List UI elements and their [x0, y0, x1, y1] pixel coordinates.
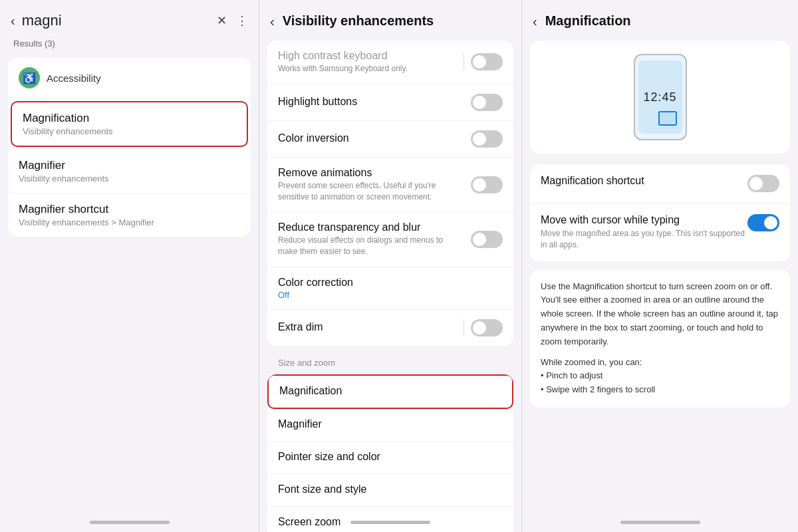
- middle-scroll-content: High contrast keyboard Works with Samsun…: [259, 38, 521, 532]
- hck-toggle[interactable]: [471, 53, 503, 70]
- left-search-title: magni: [22, 12, 62, 29]
- setting-highlight-buttons[interactable]: Highlight buttons: [267, 84, 513, 121]
- setting-rt-sub: Reduce visual effects on dialogs and men…: [278, 235, 464, 257]
- result-item-sub-1: Visibility enhancements: [19, 174, 240, 184]
- middle-bottom-bar: [350, 521, 430, 524]
- left-back-button[interactable]: ‹: [11, 14, 15, 27]
- settings-group-1: High contrast keyboard Works with Samsun…: [267, 41, 513, 346]
- setting-hck-sub: Works with Samsung Keyboard only.: [278, 63, 457, 74]
- move-cursor-toggle[interactable]: [747, 214, 779, 231]
- shortcut-toggle[interactable]: [747, 175, 779, 192]
- setting-ci-left: Color inversion: [278, 132, 471, 146]
- left-top-bar-left: ‹ magni: [11, 12, 62, 29]
- setting-magnification[interactable]: Magnification: [267, 374, 513, 409]
- result-group-header: ♿ Accessibility: [8, 58, 251, 98]
- setting-hb-title: Highlight buttons: [278, 96, 464, 108]
- setting-remove-animations[interactable]: Remove animations Prevent some screen ef…: [267, 158, 513, 213]
- hb-toggle[interactable]: [471, 94, 503, 111]
- info-para-2: While zoomed in, you can:• Pinch to adju…: [541, 356, 779, 397]
- left-top-bar: ‹ magni ✕ ⋮: [0, 0, 259, 35]
- result-group: ♿ Accessibility Magnification Visibility…: [8, 58, 251, 237]
- middle-panel: ‹ Visibility enhancements High contrast …: [259, 0, 522, 532]
- setting-cc-left: Color correction Off: [278, 277, 503, 300]
- setting-reduce-transparency[interactable]: Reduce transparency and blur Reduce visu…: [267, 212, 513, 267]
- setting-mag-left: Magnification: [279, 385, 501, 398]
- accessibility-icon: ♿: [19, 67, 40, 88]
- result-group-title: Accessibility: [47, 72, 101, 84]
- setting-hb-left: Highlight buttons: [278, 96, 471, 109]
- rt-toggle[interactable]: [471, 231, 503, 248]
- setting-fs-title: Font size and style: [278, 483, 496, 495]
- setting-magnifier[interactable]: Magnifier: [267, 409, 513, 442]
- right-panel: ‹ Magnification 12:45 Magnification shor…: [522, 0, 798, 532]
- right-back-button[interactable]: ‹: [533, 15, 537, 28]
- setting-magnifier-title: Magnifier: [278, 418, 496, 430]
- result-item-sub-0: Visibility enhancements: [23, 126, 236, 136]
- phone-mockup: 12:45: [634, 54, 687, 140]
- setting-color-correction[interactable]: Color correction Off: [267, 267, 513, 310]
- ra-toggle[interactable]: [471, 176, 503, 194]
- result-item-title-0: Magnification: [23, 112, 236, 125]
- settings-group-2: Magnification Magnifier Pointer size and…: [267, 374, 513, 532]
- magnification-shortcut-item[interactable]: Magnification shortcut: [530, 164, 790, 203]
- setting-color-inversion[interactable]: Color inversion: [267, 121, 513, 158]
- result-item-magnification[interactable]: Magnification Visibility enhancements: [11, 101, 248, 147]
- setting-ra-sub: Prevent some screen effects. Useful if y…: [278, 180, 464, 203]
- setting-mag-title: Magnification: [279, 385, 495, 397]
- result-item-sub-2: Visibility enhancements > Magnifier: [19, 217, 240, 227]
- setting-screen-zoom[interactable]: Screen zoom: [267, 507, 513, 532]
- setting-ra-title: Remove animations: [278, 167, 464, 179]
- middle-back-button[interactable]: ‹: [270, 15, 275, 28]
- ed-divider: [464, 319, 464, 336]
- hck-divider: [464, 53, 464, 70]
- setting-high-contrast-keyboard[interactable]: High contrast keyboard Works with Samsun…: [267, 41, 513, 84]
- phone-preview: 12:45: [530, 41, 790, 154]
- left-more-icon[interactable]: ⋮: [236, 13, 248, 28]
- setting-font-size[interactable]: Font size and style: [267, 474, 513, 507]
- setting-rt-left: Reduce transparency and blur Reduce visu…: [278, 221, 471, 257]
- left-panel: ‹ magni ✕ ⋮ Results (3) ♿ Accessibility …: [0, 0, 259, 532]
- setting-magnifier-left: Magnifier: [278, 418, 503, 432]
- setting-fs-left: Font size and style: [278, 483, 503, 497]
- size-zoom-section-label: Size and zoom: [259, 351, 521, 372]
- setting-ra-left: Remove animations Prevent some screen ef…: [278, 167, 471, 203]
- shortcut-left: Magnification shortcut: [541, 175, 747, 189]
- shortcut-title: Magnification shortcut: [541, 175, 747, 187]
- move-cursor-left: Move with cursor while typing Move the m…: [541, 214, 747, 251]
- info-para-1: Use the Magnification shortcut to turn s…: [541, 280, 779, 349]
- info-text-1: Use the Magnification shortcut to turn s…: [530, 269, 790, 408]
- setting-ci-title: Color inversion: [278, 132, 464, 144]
- setting-ps-left: Pointer size and color: [278, 451, 503, 464]
- right-top-bar: ‹ Magnification: [522, 0, 798, 38]
- phone-zoom-box: [658, 111, 677, 126]
- setting-hck-left: High contrast keyboard Works with Samsun…: [278, 50, 464, 74]
- right-panel-title: Magnification: [545, 13, 631, 29]
- right-settings-group: Magnification shortcut Move with cursor …: [530, 164, 790, 261]
- move-cursor-item[interactable]: Move with cursor while typing Move the m…: [530, 203, 790, 261]
- move-cursor-title: Move with cursor while typing: [541, 214, 747, 226]
- left-bottom-bar: [90, 521, 170, 524]
- ci-toggle[interactable]: [471, 130, 503, 148]
- ed-toggle[interactable]: [471, 319, 503, 336]
- middle-panel-title: Visibility enhancements: [283, 13, 434, 29]
- setting-pointer-size[interactable]: Pointer size and color: [267, 442, 513, 474]
- results-label: Results (3): [0, 35, 259, 55]
- result-item-magnifier[interactable]: Magnifier Visibility enhancements: [8, 150, 251, 194]
- setting-rt-title: Reduce transparency and blur: [278, 221, 464, 233]
- right-bottom-bar: [620, 521, 700, 524]
- result-item-magnifier-shortcut[interactable]: Magnifier shortcut Visibility enhancemen…: [8, 194, 251, 237]
- left-close-icon[interactable]: ✕: [217, 13, 227, 28]
- setting-ed-left: Extra dim: [278, 321, 464, 334]
- setting-cc-title: Color correction: [278, 277, 496, 289]
- setting-hck-title: High contrast keyboard: [278, 50, 457, 62]
- middle-top-bar: ‹ Visibility enhancements: [259, 0, 521, 38]
- setting-ed-title: Extra dim: [278, 321, 457, 333]
- setting-cc-value: Off: [278, 290, 496, 300]
- left-top-bar-right: ✕ ⋮: [217, 13, 248, 28]
- setting-ps-title: Pointer size and color: [278, 451, 496, 463]
- result-item-title-2: Magnifier shortcut: [19, 203, 240, 216]
- move-cursor-sub: Move the magnified area as you type. Thi…: [541, 228, 747, 251]
- phone-time: 12:45: [643, 90, 676, 104]
- setting-extra-dim[interactable]: Extra dim: [267, 310, 513, 346]
- result-item-title-1: Magnifier: [19, 159, 240, 172]
